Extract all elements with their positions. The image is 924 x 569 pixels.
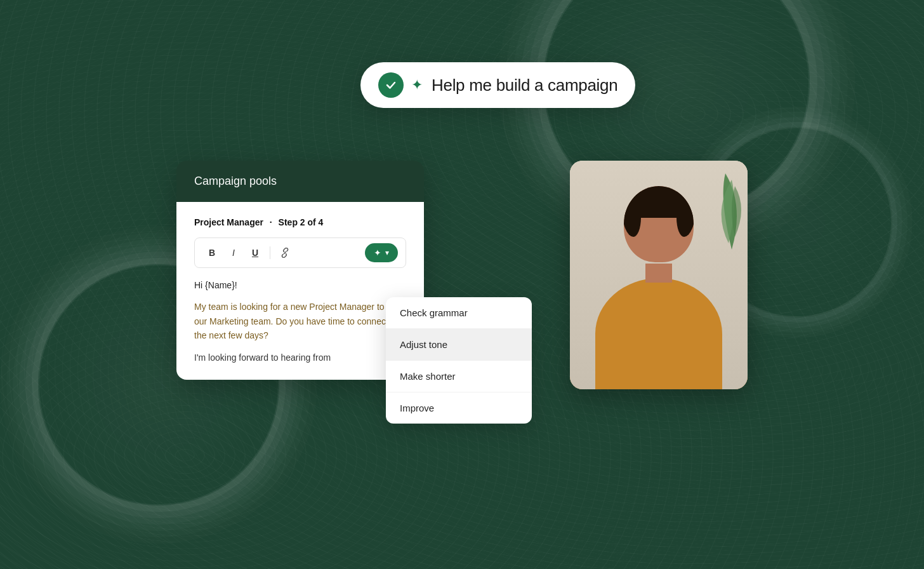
ai-sparkle-icon: ✦: [374, 248, 381, 258]
hair-right: [676, 189, 694, 237]
link-button[interactable]: [275, 243, 294, 262]
bold-button[interactable]: B: [202, 243, 221, 262]
ai-chevron-icon: ▾: [385, 248, 389, 257]
person-neck: [645, 264, 672, 283]
step-info: Project Manager · Step 2 of 4: [194, 217, 406, 227]
dropdown-item-check-grammar[interactable]: Check grammar: [386, 297, 532, 328]
scene: ✦ Help me build a campaign Campaign pool…: [0, 0, 924, 569]
step-dot: ·: [270, 217, 272, 227]
dropdown-item-make-shorter[interactable]: Make shorter: [386, 361, 532, 392]
dropdown-item-adjust-tone[interactable]: Adjust tone: [386, 329, 532, 360]
step-number: Step 2 of 4: [279, 217, 324, 227]
content-area: ✦ Help me build a campaign Campaign pool…: [176, 62, 748, 507]
email-closing: I'm looking forward to hearing from: [194, 351, 406, 365]
step-label: Project Manager: [194, 217, 263, 227]
card-header-title: Campaign pools: [194, 175, 277, 187]
email-greeting: Hi {Name}!: [194, 278, 406, 292]
ai-button[interactable]: ✦ ▾: [365, 243, 398, 262]
check-circle: [378, 72, 404, 98]
person-photo: [570, 161, 748, 389]
editor-toolbar: B I U ✦ ▾: [194, 238, 406, 268]
underline-button[interactable]: U: [246, 243, 265, 262]
email-content: Hi {Name}! My team is looking for a new …: [194, 278, 406, 365]
italic-button[interactable]: I: [224, 243, 243, 262]
campaign-text: Help me build a campaign: [432, 76, 617, 95]
person-card: [570, 161, 748, 389]
hair-left: [624, 189, 641, 237]
person-head: [624, 186, 694, 262]
person-body: [595, 278, 722, 389]
sparkle-icon: ✦: [411, 77, 423, 93]
dropdown-menu: Check grammar Adjust tone Make shorter I…: [386, 297, 532, 424]
email-paragraph-1: My team is looking for a new Project Man…: [194, 300, 406, 342]
campaign-pill: ✦ Help me build a campaign: [360, 62, 635, 108]
plant-overlay: [700, 167, 744, 250]
toolbar-divider: [270, 246, 270, 259]
dropdown-item-improve[interactable]: Improve: [386, 392, 532, 424]
check-icon: [385, 79, 397, 91]
email-highlighted-text: My team is looking for a new Project Man…: [194, 302, 400, 340]
card-header: Campaign pools: [176, 161, 424, 202]
link-icon: [280, 248, 290, 258]
